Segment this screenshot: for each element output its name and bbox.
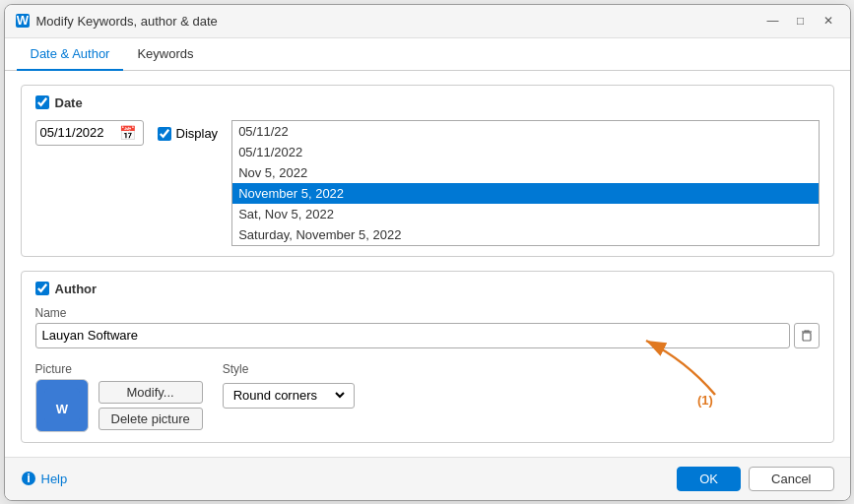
date-input[interactable] (40, 125, 119, 140)
picture-label-section: Picture W Modify... Delete picture (35, 362, 203, 432)
help-button[interactable]: i Help (21, 471, 68, 486)
date-label: Date (55, 95, 83, 110)
footer-buttons: OK Cancel (677, 467, 833, 491)
titlebar: W Modify Keywords, author & date — □ ✕ (5, 5, 850, 38)
author-checkbox[interactable] (35, 282, 49, 295)
calendar-icon[interactable]: 📅 (119, 125, 136, 141)
author-section-label: Author (35, 282, 820, 296)
svg-rect-2 (803, 333, 811, 341)
close-button[interactable]: ✕ (817, 11, 840, 31)
cancel-button[interactable]: Cancel (749, 467, 833, 491)
titlebar-controls: — □ ✕ (761, 11, 840, 31)
help-label: Help (41, 472, 68, 486)
format-option-4[interactable]: November 5, 2022 (232, 183, 818, 204)
app-icon: W (15, 13, 31, 29)
titlebar-left: W Modify Keywords, author & date (15, 13, 218, 29)
tab-keywords[interactable]: Keywords (123, 38, 207, 71)
author-label: Author (55, 282, 98, 296)
window-title: Modify Keywords, author & date (36, 14, 218, 29)
style-select[interactable]: Round corners Square corners None (230, 387, 348, 404)
format-option-1[interactable]: 05/11/22 (232, 121, 818, 142)
date-input-wrapper: 📅 (35, 120, 144, 146)
picture-label: Picture (35, 362, 203, 376)
style-select-wrapper: Round corners Square corners None (223, 383, 355, 409)
author-section: Author Name (21, 271, 834, 443)
name-input[interactable] (35, 323, 790, 348)
date-checkbox[interactable] (35, 95, 49, 109)
modify-picture-button[interactable]: Modify... (99, 381, 203, 404)
date-row: 📅 Display 05/11/22 05/11/2022 Nov 5, 202… (35, 120, 820, 246)
format-option-2[interactable]: 05/11/2022 (232, 142, 818, 162)
display-format-list: 05/11/22 05/11/2022 Nov 5, 2022 November… (231, 120, 819, 246)
format-option-3[interactable]: Nov 5, 2022 (232, 162, 818, 183)
format-option-6[interactable]: Saturday, November 5, 2022 (232, 224, 818, 245)
picture-preview: W (35, 379, 89, 432)
ok-button[interactable]: OK (677, 467, 741, 491)
svg-rect-7 (805, 330, 809, 331)
style-section: Style Round corners Square corners None (223, 362, 355, 409)
display-label-row: Display (158, 120, 219, 146)
author-content: Name (35, 306, 820, 432)
svg-text:W: W (16, 13, 29, 28)
author-logo: W (44, 388, 80, 423)
picture-buttons: Modify... Delete picture (99, 381, 203, 430)
date-section-label: Date (35, 95, 820, 110)
maximize-button[interactable]: □ (789, 11, 813, 31)
tab-bar: Date & Author Keywords (5, 38, 850, 71)
footer: i Help OK Cancel (5, 457, 850, 500)
name-input-row (35, 323, 820, 348)
help-icon: i (21, 471, 36, 486)
trash-icon (800, 329, 814, 343)
svg-text:W: W (55, 402, 68, 416)
picture-style-row: Picture W Modify... Delete picture (35, 362, 820, 432)
delete-name-button[interactable] (794, 323, 820, 348)
delete-picture-button[interactable]: Delete picture (99, 408, 203, 430)
tab-date-author[interactable]: Date & Author (17, 38, 124, 71)
main-window: W Modify Keywords, author & date — □ ✕ D… (4, 4, 851, 501)
name-label: Name (35, 306, 820, 320)
display-label: Display (176, 126, 219, 141)
content-area: Date 📅 Display 05/11/22 05/11/2022 Nov 5… (5, 71, 850, 457)
display-checkbox[interactable] (158, 127, 171, 141)
style-label: Style (223, 362, 355, 376)
date-section: Date 📅 Display 05/11/22 05/11/2022 Nov 5… (21, 85, 834, 257)
svg-text:i: i (27, 471, 31, 485)
format-option-5[interactable]: Sat, Nov 5, 2022 (232, 204, 818, 224)
minimize-button[interactable]: — (761, 11, 785, 31)
name-section: Name (35, 306, 820, 348)
